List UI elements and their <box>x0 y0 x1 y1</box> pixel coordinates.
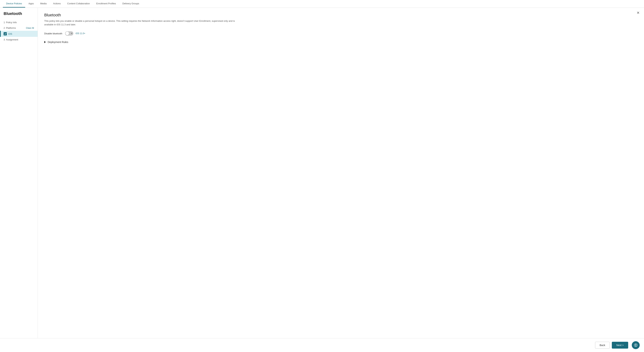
content-title: Bluetooth <box>44 13 638 18</box>
step-1-num: 1 <box>4 21 5 24</box>
top-navigation: Device Policies Apps Media Actions Conte… <box>0 0 644 8</box>
nav-content-collaboration[interactable]: Content Collaboration <box>64 0 93 8</box>
disable-bluetooth-label: Disable bluetooth <box>44 32 62 35</box>
clear-all-button[interactable]: Clear All <box>26 27 34 29</box>
svg-marker-1 <box>635 344 636 345</box>
nav-apps[interactable]: Apps <box>25 0 37 8</box>
toggle-x-icon: ✕ <box>71 32 72 35</box>
ios-version-badge[interactable]: iOS 11.0+ <box>76 32 85 35</box>
footer: Back Next > <box>0 338 644 352</box>
expand-triangle-icon <box>44 41 46 43</box>
nav-delivery-groups[interactable]: Delivery Groups <box>119 0 142 8</box>
compass-icon <box>634 343 638 347</box>
nav-enrollment-profiles[interactable]: Enrollment Profiles <box>93 0 119 8</box>
toggle-container: ✕ iOS 11.0+ <box>65 31 85 36</box>
disable-bluetooth-toggle[interactable]: ✕ <box>65 31 73 36</box>
step-2-label: Platforms <box>6 26 16 29</box>
svg-marker-2 <box>635 345 636 346</box>
step-3-num: 3 <box>4 38 5 41</box>
main-layout: Bluetooth 1 Policy Info 2 Platforms Clea… <box>0 8 644 338</box>
ios-label: iOS <box>8 32 12 35</box>
back-button[interactable]: Back <box>595 342 610 348</box>
content-description: This policy lets you enable or disable a… <box>44 19 242 26</box>
ios-check-icon <box>4 32 7 36</box>
step-2-num: 2 <box>4 26 5 29</box>
next-button[interactable]: Next > <box>612 342 628 348</box>
sidebar-step-assignment[interactable]: 3 Assignment <box>0 37 38 42</box>
step-3-label: Assignment <box>6 38 18 41</box>
navigation-icon-button[interactable] <box>632 341 640 349</box>
step-1-label: Policy Info <box>6 21 17 24</box>
sidebar-step-platforms[interactable]: 2 Platforms Clear All <box>0 25 38 31</box>
sidebar-item-ios[interactable]: iOS <box>0 31 38 37</box>
sidebar-step-policy-info[interactable]: 1 Policy Info <box>0 20 38 25</box>
sidebar: Bluetooth 1 Policy Info 2 Platforms Clea… <box>0 8 38 338</box>
deployment-rules-row[interactable]: Deployment Rules <box>44 41 638 44</box>
toggle-thumb <box>66 32 69 35</box>
close-button[interactable]: ✕ <box>637 11 640 14</box>
content-area: ✕ Bluetooth This policy lets you enable … <box>38 8 644 338</box>
nav-media[interactable]: Media <box>37 0 50 8</box>
nav-device-policies[interactable]: Device Policies <box>3 0 25 8</box>
deployment-rules-label: Deployment Rules <box>48 41 68 44</box>
disable-bluetooth-row: Disable bluetooth ✕ iOS 11.0+ <box>44 31 638 36</box>
nav-actions[interactable]: Actions <box>50 0 64 8</box>
sidebar-title: Bluetooth <box>0 11 38 20</box>
